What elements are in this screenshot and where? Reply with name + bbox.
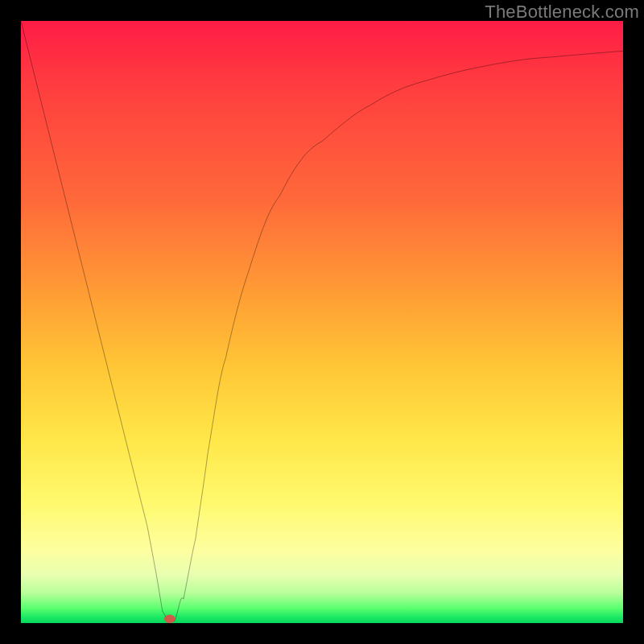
chart-frame: TheBottleneck.com (0, 0, 644, 644)
plot-area (21, 21, 623, 623)
watermark-text: TheBottleneck.com (485, 2, 639, 23)
bottleneck-curve-path (21, 21, 623, 621)
bottleneck-marker (164, 615, 175, 623)
curve-svg (21, 21, 623, 623)
